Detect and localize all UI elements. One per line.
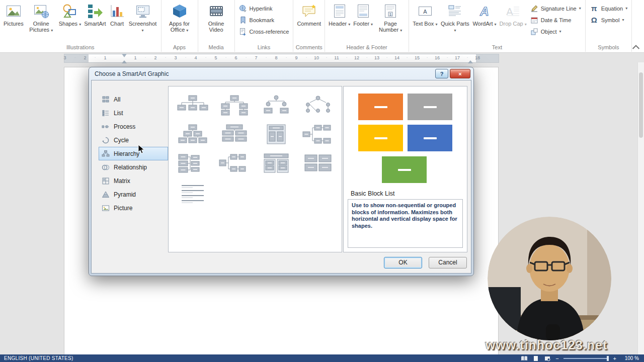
ribbon-group-apps: Apps for Office ▾ Apps bbox=[162, 0, 198, 52]
comment-button[interactable]: Comment bbox=[295, 1, 323, 27]
smartart-dialog: Choose a SmartArt Graphic ? × All List P… bbox=[89, 67, 474, 276]
category-label: Process bbox=[114, 123, 135, 130]
category-list-item[interactable]: List bbox=[99, 106, 168, 120]
mouse-cursor bbox=[138, 144, 145, 154]
group-label-comments: Comments bbox=[293, 44, 325, 52]
smartart-layout-thumbnail[interactable] bbox=[175, 121, 211, 147]
category-relationship[interactable]: Relationship bbox=[99, 160, 168, 174]
collapse-ribbon-button[interactable] bbox=[632, 45, 640, 50]
smartart-layout-thumbnail[interactable] bbox=[300, 150, 336, 176]
dialog-titlebar[interactable]: Choose a SmartArt Graphic ? × bbox=[89, 67, 473, 80]
drop-cap-button[interactable]: A Drop Cap ▾ bbox=[498, 1, 528, 28]
ribbon-group-text: A Text Box ▾ Quick Parts ▾ A WordArt ▾ A… bbox=[409, 0, 586, 52]
svg-text:A: A bbox=[479, 5, 489, 18]
category-hierarchy[interactable]: Hierarchy bbox=[99, 147, 168, 160]
zoom-level[interactable]: 100 % bbox=[621, 355, 639, 361]
pictures-button[interactable]: Pictures bbox=[2, 1, 25, 27]
screenshot-button[interactable]: Screenshot ▾ bbox=[127, 1, 159, 34]
pi-icon: π bbox=[590, 4, 599, 13]
right-indent-marker[interactable] bbox=[468, 58, 473, 63]
online-pictures-button[interactable]: Online Pictures ▾ bbox=[25, 1, 57, 34]
zoom-slider[interactable] bbox=[564, 358, 609, 359]
smartart-layout-thumbnail[interactable] bbox=[258, 150, 294, 176]
date-time-button[interactable]: Date & Time bbox=[528, 14, 583, 26]
watermark-text: www.tinhoc123.net bbox=[478, 338, 615, 352]
ruler-band: 3·2·11·2·3·4·5·6·7·8·9·10·11·12·13·14·15… bbox=[64, 54, 499, 63]
header-button[interactable]: Header ▾ bbox=[327, 1, 352, 28]
ribbon-group-symbols: π Equation ▾ Ω Symbol ▾ Symbols bbox=[586, 0, 632, 52]
smartart-layout-thumbnail[interactable] bbox=[216, 92, 253, 118]
category-label: Hierarchy bbox=[114, 150, 139, 157]
zoom-slider-thumb[interactable] bbox=[607, 356, 609, 361]
vertical-scrollbar[interactable] bbox=[637, 62, 644, 354]
symbol-button[interactable]: Ω Symbol ▾ bbox=[588, 14, 629, 26]
smartart-layout-thumbnail[interactable] bbox=[216, 150, 253, 176]
cross-reference-button[interactable]: Cross-reference bbox=[237, 26, 291, 37]
smartart-layout-thumbnail[interactable] bbox=[300, 92, 336, 118]
chart-icon bbox=[109, 3, 125, 19]
text-box-button[interactable]: A Text Box ▾ bbox=[411, 1, 439, 28]
pyramid-category-icon bbox=[102, 191, 110, 199]
status-bar: ENGLISH (UNITED STATES) − + 100 % bbox=[0, 354, 644, 362]
smartart-layout-thumbnail[interactable] bbox=[216, 121, 253, 147]
ribbon-spacer bbox=[632, 0, 644, 52]
ok-button[interactable]: OK bbox=[384, 257, 422, 268]
quick-parts-icon bbox=[447, 3, 463, 19]
wordart-button[interactable]: A WordArt ▾ bbox=[471, 1, 498, 28]
category-cycle[interactable]: Cycle bbox=[99, 133, 168, 147]
cancel-button[interactable]: Cancel bbox=[429, 257, 467, 268]
layout-name: Basic Block List bbox=[351, 190, 395, 197]
screenshot-icon bbox=[135, 3, 151, 19]
smartart-layout-thumbnail[interactable] bbox=[300, 121, 336, 147]
dropdown-arrow-icon: ▾ bbox=[186, 28, 188, 33]
online-video-button[interactable]: Online Video bbox=[200, 1, 232, 33]
apps-for-office-button[interactable]: Apps for Office ▾ bbox=[164, 1, 196, 34]
button-label: Footer bbox=[353, 21, 369, 27]
page-number-button[interactable]: 1 Page Number ▾ bbox=[374, 1, 407, 34]
button-label: Symbol bbox=[601, 17, 620, 23]
category-list: All List Process Cycle Hierarchy Relatio… bbox=[99, 93, 168, 215]
button-label: Header bbox=[329, 21, 347, 27]
hyperlink-icon bbox=[239, 5, 247, 13]
smartart-layout-thumbnail[interactable] bbox=[175, 150, 211, 176]
object-button[interactable]: Object ▾ bbox=[528, 26, 583, 37]
print-layout-icon[interactable] bbox=[532, 355, 539, 361]
help-button[interactable]: ? bbox=[435, 69, 448, 78]
smartart-layout-thumbnail[interactable] bbox=[175, 92, 211, 118]
category-process[interactable]: Process bbox=[99, 120, 168, 133]
comment-icon bbox=[301, 3, 317, 19]
chart-button[interactable]: Chart bbox=[108, 1, 127, 27]
category-matrix[interactable]: Matrix bbox=[99, 174, 168, 188]
scrollbar-thumb[interactable] bbox=[639, 72, 643, 138]
group-label-apps: Apps bbox=[162, 44, 198, 52]
button-label: Online Video bbox=[208, 21, 224, 33]
zoom-in-button[interactable]: + bbox=[613, 356, 616, 361]
button-label: Page Number bbox=[379, 21, 398, 33]
quick-parts-button[interactable]: Quick Parts ▾ bbox=[439, 1, 471, 34]
button-label: Hyperlink bbox=[250, 6, 273, 12]
smartart-layout-thumbnail[interactable] bbox=[258, 121, 294, 147]
omega-icon: Ω bbox=[590, 16, 599, 24]
smartart-layout-thumbnail[interactable] bbox=[258, 92, 294, 118]
category-picture[interactable]: Picture bbox=[99, 201, 168, 215]
smartart-layout-thumbnail[interactable] bbox=[175, 179, 211, 206]
category-all[interactable]: All bbox=[99, 93, 168, 106]
close-button[interactable]: × bbox=[450, 69, 470, 78]
hyperlink-button[interactable]: Hyperlink bbox=[237, 3, 291, 14]
web-layout-icon[interactable] bbox=[544, 355, 551, 361]
category-pyramid[interactable]: Pyramid bbox=[99, 188, 168, 201]
svg-text:A: A bbox=[423, 9, 427, 15]
read-mode-icon[interactable] bbox=[521, 355, 528, 361]
signature-line-button[interactable]: Signature Line ▾ bbox=[528, 3, 583, 14]
button-label: Chart bbox=[110, 21, 124, 27]
equation-button[interactable]: π Equation ▾ bbox=[588, 3, 629, 14]
smartart-button[interactable]: SmartArt bbox=[83, 1, 107, 27]
zoom-out-button[interactable]: − bbox=[555, 356, 558, 361]
ribbon-group-media: Online Video Media bbox=[198, 0, 235, 52]
bookmark-button[interactable]: Bookmark bbox=[237, 14, 291, 26]
shapes-button[interactable]: Shapes ▾ bbox=[57, 1, 83, 28]
status-language[interactable]: ENGLISH (UNITED STATES) bbox=[0, 355, 77, 361]
hanging-indent-marker[interactable] bbox=[122, 58, 127, 63]
button-label: Date & Time bbox=[541, 17, 572, 23]
footer-button[interactable]: Footer ▾ bbox=[352, 1, 374, 28]
